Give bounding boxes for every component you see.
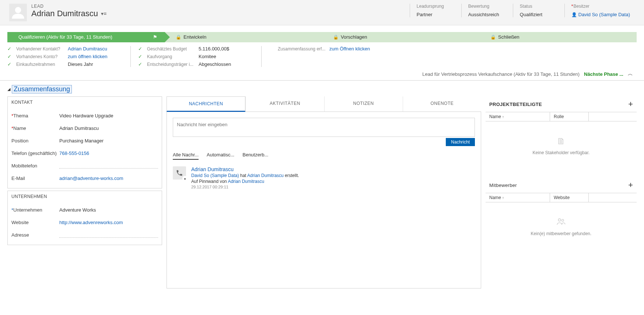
field-label: E-Mail: [11, 176, 59, 181]
owner-icon: 👤: [571, 12, 577, 17]
field-value-link[interactable]: 768-555-0156: [59, 151, 158, 156]
process-footer-text: Lead für Vertriebsprozess Verkaufschance…: [422, 71, 580, 77]
company-panel: UNTERNEHMEN *UnternehmenAdventure WorksW…: [7, 191, 162, 245]
stage-field-link[interactable]: zum Öffnen klicken: [329, 46, 370, 52]
person-icon: [11, 5, 25, 20]
stage-field-value: 5.116.000,00$: [199, 46, 239, 52]
col-name[interactable]: Name↑: [486, 112, 550, 121]
col-website[interactable]: Website: [550, 193, 589, 202]
post-title[interactable]: Adrian Dumitrascu: [191, 166, 299, 172]
lock-icon: 🔒: [333, 35, 339, 40]
contact-panel-header: KONTAKT: [8, 97, 162, 108]
stakeholders-columns: Name↑ Rolle: [486, 112, 637, 121]
field-value[interactable]: [59, 232, 158, 238]
social-tabs: NACHRICHTENAKTIVITÄTENNOTIZENONENOTE: [167, 96, 481, 112]
filter-tab[interactable]: Benutzerb...: [242, 152, 268, 160]
competitors-title: Mitbewerber: [489, 183, 628, 188]
post-author-link[interactable]: David So (Sample Data): [191, 173, 239, 178]
social-tab[interactable]: NOTIZEN: [324, 96, 403, 112]
field-label: Telefon (geschäftlich): [11, 151, 59, 156]
post-wall-link[interactable]: Adrian Dumitrascu: [228, 179, 264, 184]
competitors-subgrid: Mitbewerber + Name↑ Website Kein(e) mitb…: [486, 177, 637, 244]
stage-field-row: ✓Vorhandenes Konto?zum öffnen klicken: [7, 54, 108, 59]
stage-field-row: ✓EinkaufszeitrahmenDieses Jahr: [7, 61, 108, 67]
field-label: *Name: [11, 125, 59, 131]
people-icon: [489, 217, 633, 227]
stakeholders-subgrid: PROJEKTBETEILIGTE + Name↑ Rolle 🗎 Keine …: [486, 96, 637, 163]
filter-tab[interactable]: Alle Nachr...: [173, 152, 199, 160]
social-tab[interactable]: NACHRICHTEN: [167, 96, 245, 112]
add-competitor-button[interactable]: +: [628, 180, 633, 190]
form-field-row: *UnternehmenAdventure Works: [11, 203, 158, 216]
field-value-link[interactable]: http://www.advenreworks.com: [59, 220, 158, 225]
stage-field-row: ✓Geschätztes Budget5.116.000,00$: [138, 46, 239, 52]
stage-field-row: ✓Entscheidungsträger i...Abgeschlossen: [138, 61, 239, 67]
process-stage[interactable]: Qualifizieren (Aktiv für 33 Tage, 11 Stu…: [7, 32, 165, 42]
stage-field-value: Komitee: [199, 54, 239, 59]
message-input[interactable]: [173, 118, 475, 137]
stage-field-label: Zusammenfassung erf...: [278, 46, 326, 52]
field-value[interactable]: Adventure Works: [59, 207, 158, 213]
field-value[interactable]: Adrian Dumitrascu: [59, 125, 158, 131]
form-field-row: PositionPurchasing Manager: [11, 134, 158, 147]
form-field-row: *ThemaVideo Hardware Upgrade: [11, 109, 158, 122]
header-field-label: Bewertung: [468, 4, 506, 9]
header-field-value: Aussichtsreich: [468, 12, 506, 17]
wall-post: ● Adrian Dumitrascu David So (Sample Dat…: [173, 166, 475, 189]
process-stage[interactable]: 🔒Vorschlagen: [322, 32, 479, 42]
message-filter-tabs: Alle Nachr...Automatisc...Benutzerb...: [173, 152, 475, 160]
field-value-link[interactable]: adrian@adventure-works.com: [59, 176, 158, 181]
field-label: Website: [11, 220, 59, 225]
field-label: Adresse: [11, 232, 59, 238]
stakeholders-empty: 🗎 Keine Stakeholder verfügbar.: [486, 121, 637, 163]
stage-field-link[interactable]: Adrian Dumitrascu: [68, 46, 108, 52]
record-header: LEAD Adrian Dumitrascu ▾≡ LeadursprungPa…: [0, 0, 644, 25]
lock-icon: 🔒: [176, 35, 181, 40]
social-tab[interactable]: ONENOTE: [403, 96, 481, 112]
form-selector-icon[interactable]: ▾≡: [101, 11, 106, 17]
stage-field-row: ✓Vorhandener Kontakt?Adrian Dumitrascu: [7, 46, 108, 52]
col-name[interactable]: Name↑: [486, 193, 550, 202]
header-field-label: Leadursprung: [417, 4, 455, 9]
competitors-empty: Kein(e) mitbewerber gefunden.: [486, 202, 637, 244]
header-field: LeadursprungPartner: [410, 4, 461, 17]
process-stage[interactable]: 🔒Schließen: [479, 32, 637, 42]
header-fields: LeadursprungPartnerBewertungAussichtsrei…: [410, 4, 637, 17]
form-field-row: Websitehttp://www.advenreworks.com: [11, 216, 158, 229]
col-role[interactable]: Rolle: [550, 112, 589, 121]
next-phase-button[interactable]: Nächste Phase ...: [584, 71, 623, 77]
section-title[interactable]: Zusammenfassung: [12, 85, 72, 93]
social-tab[interactable]: AKTIVITÄTEN: [245, 96, 324, 112]
field-label: *Unternehmen: [11, 207, 59, 213]
field-label: Mobiltelefon: [11, 163, 59, 169]
collapse-process-icon[interactable]: ︿: [628, 71, 633, 77]
svg-point-0: [15, 7, 21, 13]
post-message-button[interactable]: Nachricht: [446, 138, 475, 146]
stage-field-link[interactable]: zum öffnen klicken: [68, 54, 108, 59]
check-icon: ✓: [138, 46, 143, 52]
header-field: BewertungAussichtsreich: [461, 4, 513, 17]
header-field-label: Besitzer: [571, 4, 630, 9]
section-collapse-icon[interactable]: ◢: [7, 87, 10, 92]
stage-field-label: Geschätztes Budget: [147, 46, 195, 52]
field-value[interactable]: Purchasing Manager: [59, 138, 158, 144]
check-icon: ✓: [138, 54, 143, 59]
add-stakeholder-button[interactable]: +: [628, 99, 633, 109]
form-field-row: E-Mailadrian@adventure-works.com: [11, 172, 158, 184]
post-record-link[interactable]: Adrian Dumitrascu: [247, 173, 284, 178]
filter-tab[interactable]: Automatisc...: [207, 152, 234, 160]
stage-field-row: Zusammenfassung erf...zum Öffnen klicken: [269, 46, 370, 52]
header-field-value: Qualifiziert: [520, 12, 558, 17]
entity-label: LEAD: [31, 4, 106, 9]
sort-asc-icon: ↑: [502, 196, 504, 200]
svg-point-1: [558, 219, 561, 221]
stage-field-label: Einkaufszeitrahmen: [16, 62, 64, 67]
field-value[interactable]: Video Hardware Upgrade: [59, 113, 158, 118]
stage-field-label: Vorhandenes Konto?: [16, 54, 64, 59]
field-label: Position: [11, 138, 59, 144]
stage-field-label: Vorhandener Kontakt?: [16, 46, 64, 52]
header-field-link[interactable]: 👤David So (Sample Data): [571, 12, 630, 17]
company-panel-header: UNTERNEHMEN: [8, 191, 162, 202]
field-value[interactable]: [59, 163, 158, 169]
process-stage[interactable]: 🔒Entwickeln: [165, 32, 322, 42]
